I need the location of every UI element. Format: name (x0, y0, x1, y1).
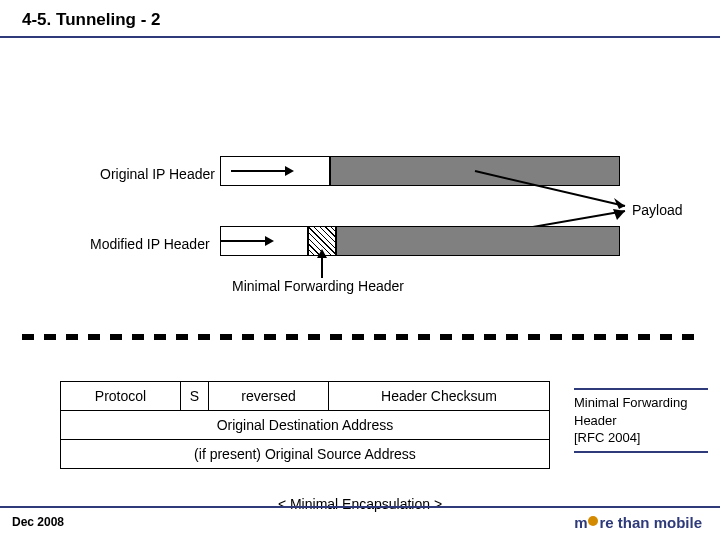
orig-dest-cell: Original Destination Address (61, 411, 549, 439)
rfc-caption: Minimal Forwarding Header [RFC 2004] (574, 386, 708, 457)
caption-line: [RFC 2004] (574, 429, 708, 447)
minimal-forwarding-header-label: Minimal Forwarding Header (232, 278, 404, 294)
brand-text: m (574, 514, 587, 531)
table-row: (if present) Original Source Address (61, 440, 549, 468)
arrow-icon (317, 249, 327, 258)
table-row: Original Destination Address (61, 411, 549, 440)
orig-src-cell: (if present) Original Source Address (61, 440, 549, 468)
footer: Dec 2008 m re than mobile (0, 508, 720, 540)
s-flag-cell: S (181, 382, 209, 410)
content-area: Original IP Header Payload Modified IP H… (0, 46, 720, 496)
dashed-divider (22, 334, 698, 340)
checksum-cell: Header Checksum (329, 382, 549, 410)
reversed-cell: reversed (209, 382, 329, 410)
caption-line: Minimal Forwarding Header (574, 394, 708, 429)
brand-text: re than mobile (599, 514, 702, 531)
svg-line-0 (475, 171, 625, 206)
caption-divider (574, 451, 708, 453)
arrow-icon (265, 236, 274, 246)
arrow-icon (285, 166, 294, 176)
title-divider (0, 36, 720, 38)
arrow-line (231, 170, 285, 172)
modified-ip-header-label: Modified IP Header (90, 236, 210, 252)
caption-divider (574, 388, 708, 390)
slide-title: 4-5. Tunneling - 2 (0, 0, 720, 36)
arrow-line (321, 256, 323, 278)
table-row: Protocol S reversed Header Checksum (61, 382, 549, 411)
arrow-line (221, 240, 265, 242)
header-format-table: Protocol S reversed Header Checksum Orig… (60, 381, 550, 469)
modified-payload-box (336, 226, 620, 256)
footer-date: Dec 2008 (12, 515, 64, 529)
brand-logo: m re than mobile (574, 514, 702, 531)
original-ip-header-label: Original IP Header (100, 166, 215, 182)
brand-dot-icon (588, 516, 598, 526)
protocol-cell: Protocol (61, 382, 181, 410)
